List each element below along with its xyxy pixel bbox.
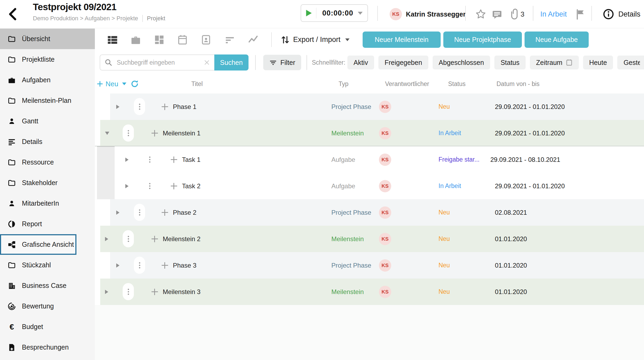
new-row-dropdown[interactable]: Neu bbox=[97, 74, 139, 93]
attachments-button[interactable] bbox=[509, 8, 521, 20]
sidebar-item-aufgaben[interactable]: Aufgaben bbox=[0, 70, 95, 90]
add-child-button[interactable] bbox=[162, 209, 168, 216]
expand-arrow-icon[interactable] bbox=[116, 199, 120, 226]
column-header-datum[interactable]: Datum von - bis bbox=[496, 74, 540, 93]
sidebar-item-mitarbeiterin[interactable]: MitarbeiterIn bbox=[0, 193, 95, 214]
sort-lines-view-icon[interactable] bbox=[224, 34, 236, 45]
dashboard-view-icon[interactable] bbox=[154, 34, 165, 45]
sidebar-item-business-case[interactable]: Business Case bbox=[0, 275, 95, 296]
add-child-button[interactable] bbox=[162, 104, 168, 110]
row-status[interactable]: Neu bbox=[439, 93, 494, 120]
row-status[interactable]: Neu bbox=[439, 199, 494, 226]
row-status[interactable]: In Arbeit bbox=[439, 120, 494, 146]
row-title[interactable]: Meilenstein 1 bbox=[163, 120, 200, 146]
quickfilter-status[interactable]: Status bbox=[494, 56, 526, 69]
add-child-button[interactable] bbox=[171, 156, 177, 163]
table-row: Meilenstein 2 Meilenstein KS Neu 01.01.2… bbox=[95, 226, 644, 252]
sidebar-item-ressource[interactable]: Ressource bbox=[0, 152, 95, 173]
add-child-button[interactable] bbox=[171, 183, 177, 189]
row-status[interactable]: Neu bbox=[439, 279, 494, 305]
contact-card-view-icon[interactable] bbox=[201, 34, 212, 45]
project-status-badge[interactable]: In Arbeit bbox=[540, 0, 567, 28]
favorite-star-button[interactable] bbox=[475, 9, 486, 20]
refresh-icon[interactable] bbox=[130, 79, 139, 88]
row-title[interactable]: Task 2 bbox=[182, 173, 200, 199]
sidebar-item-besprechungen[interactable]: Besprechungen bbox=[0, 337, 95, 358]
quickfilter-freigegeben[interactable]: Freigegeben bbox=[378, 56, 428, 69]
new-task-button[interactable]: Neue Aufgabe bbox=[525, 32, 589, 48]
expand-arrow-icon[interactable] bbox=[116, 252, 120, 279]
row-menu-button[interactable] bbox=[134, 204, 145, 221]
sidebar-item-details[interactable]: Details bbox=[0, 131, 95, 152]
row-status[interactable]: Neu bbox=[439, 252, 494, 279]
play-icon[interactable] bbox=[305, 9, 312, 17]
row-title[interactable]: Meilenstein 2 bbox=[163, 226, 200, 252]
search-button[interactable]: Suchen bbox=[214, 54, 249, 71]
expand-arrow-icon[interactable] bbox=[125, 146, 129, 173]
chevron-down-icon[interactable] bbox=[358, 12, 363, 15]
sidebar-item-uebersicht[interactable]: Übersicht bbox=[0, 29, 95, 49]
quickfilter-zeitraum[interactable]: Zeitraum bbox=[530, 56, 579, 69]
quickfilter-aktiv[interactable]: Aktiv bbox=[347, 56, 374, 69]
sidebar-item-label: Stückzahl bbox=[22, 261, 51, 269]
add-child-button[interactable] bbox=[162, 262, 168, 269]
add-child-button[interactable] bbox=[152, 130, 158, 136]
trend-line-view-icon[interactable] bbox=[248, 34, 259, 45]
add-child-button[interactable] bbox=[152, 289, 158, 295]
new-milestone-button[interactable]: Neuer Meilenstein bbox=[363, 32, 441, 48]
collapse-arrow-icon[interactable] bbox=[105, 120, 109, 146]
row-status[interactable]: Neu bbox=[439, 226, 494, 252]
row-menu-button[interactable] bbox=[123, 283, 134, 300]
sidebar-item-bewertung[interactable]: Bewertung bbox=[0, 296, 95, 316]
breadcrumb-path[interactable]: Demo Produktion > Aufgaben > Projekte bbox=[33, 15, 138, 22]
sidebar-item-stueckzahl[interactable]: Stückzahl bbox=[0, 255, 95, 275]
row-title[interactable]: Phase 2 bbox=[173, 199, 196, 226]
row-title[interactable]: Meilenstein 3 bbox=[163, 279, 200, 305]
column-header-typ[interactable]: Typ bbox=[339, 74, 348, 93]
row-menu-button[interactable] bbox=[144, 151, 155, 168]
sidebar-item-budget[interactable]: € Budget bbox=[0, 316, 95, 337]
expand-arrow-icon[interactable] bbox=[105, 279, 109, 305]
row-status[interactable]: In Arbeit bbox=[439, 173, 494, 199]
sidebar-item-gantt[interactable]: Gantt bbox=[0, 111, 95, 131]
briefcase-view-icon[interactable] bbox=[130, 34, 142, 45]
row-menu-button[interactable] bbox=[144, 177, 155, 194]
new-row-label: Neu bbox=[106, 80, 118, 88]
column-header-titel[interactable]: Titel bbox=[191, 74, 203, 93]
expand-arrow-icon[interactable] bbox=[116, 93, 120, 120]
flag-button[interactable] bbox=[575, 9, 586, 20]
quickfilter-partial[interactable] bbox=[640, 56, 644, 69]
back-button[interactable] bbox=[6, 7, 20, 21]
sidebar-item-stakeholder[interactable]: Stakeholder bbox=[0, 173, 95, 193]
row-menu-button[interactable] bbox=[134, 257, 145, 274]
column-header-status[interactable]: Status bbox=[448, 74, 465, 93]
quickfilter-heute[interactable]: Heute bbox=[583, 56, 613, 69]
calendar-view-icon[interactable] bbox=[177, 34, 189, 45]
row-menu-button[interactable] bbox=[123, 124, 134, 142]
expand-arrow-icon[interactable] bbox=[125, 173, 129, 199]
column-header-verantwortlicher[interactable]: Verantwortlicher bbox=[385, 74, 429, 93]
export-import-dropdown[interactable]: Export / Import bbox=[280, 29, 350, 51]
sidebar-item-meilenstein-plan[interactable]: Meilenstein-Plan bbox=[0, 90, 95, 111]
new-project-phase-button[interactable]: Neue Projektphase bbox=[443, 32, 522, 48]
sidebar-item-projektliste[interactable]: Projektliste bbox=[0, 49, 95, 70]
clear-search-icon[interactable] bbox=[204, 59, 210, 66]
filter-button[interactable]: Filter bbox=[263, 55, 301, 70]
search-input[interactable] bbox=[116, 59, 204, 66]
row-title[interactable]: Task 1 bbox=[182, 146, 200, 173]
row-menu-button[interactable] bbox=[134, 98, 145, 115]
quickfilter-abgeschlossen[interactable]: Abgeschlossen bbox=[433, 56, 490, 69]
row-title[interactable]: Phase 3 bbox=[173, 252, 196, 279]
row-menu-button[interactable] bbox=[123, 230, 134, 247]
expand-arrow-icon[interactable] bbox=[105, 226, 109, 252]
user-chip[interactable]: KS Katrin Strassegger bbox=[390, 0, 466, 28]
row-status[interactable]: Freigabe star... bbox=[439, 146, 494, 173]
add-child-button[interactable] bbox=[152, 236, 158, 242]
timer-widget[interactable]: 00:00:00 bbox=[301, 4, 368, 22]
table-view-icon[interactable] bbox=[107, 34, 118, 45]
sidebar-item-report[interactable]: Report bbox=[0, 214, 95, 234]
comments-button[interactable] bbox=[492, 9, 502, 20]
row-title[interactable]: Phase 1 bbox=[173, 93, 196, 120]
sidebar-item-grafische-ansicht[interactable]: Grafische Ansicht bbox=[0, 234, 76, 255]
details-button[interactable]: Details bbox=[603, 0, 641, 28]
